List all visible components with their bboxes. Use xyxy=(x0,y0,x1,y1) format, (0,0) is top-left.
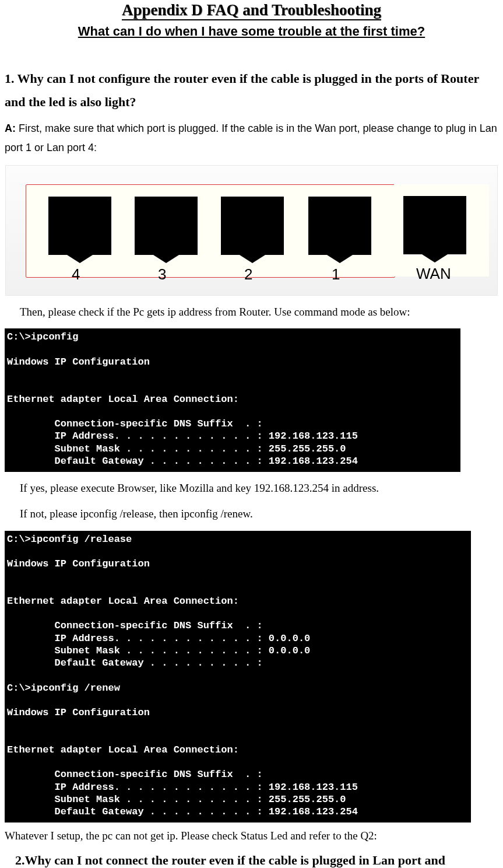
if-yes-text: If yes, please execute Browser, like Moz… xyxy=(20,479,498,498)
port-label-4: 4 xyxy=(72,265,80,284)
then-instruction: Then, please check if the Pc gets ip add… xyxy=(20,303,498,321)
section-subtitle: What can I do when I have some trouble a… xyxy=(5,24,498,39)
whatever-text: Whatever I setup, the pc can not get ip.… xyxy=(5,827,498,845)
question-1: 1. Why can I not configure the router ev… xyxy=(5,67,498,113)
answer-1: A: First, make sure that which port is p… xyxy=(5,119,498,157)
lan-ports-outline: 4 3 2 1 xyxy=(26,184,395,278)
lan-port-3-icon xyxy=(135,197,198,255)
wan-port-icon xyxy=(403,196,466,254)
lan-port-4-icon xyxy=(48,197,111,255)
port-label-wan: WAN xyxy=(416,265,451,283)
if-not-text: If not, please ipconfig /release, then i… xyxy=(20,505,498,523)
cmd-release-renew-output: C:\>ipconfig /release Windows IP Configu… xyxy=(5,531,471,823)
wan-port-area: WAN xyxy=(394,184,489,276)
answer-1-body: First, make sure that which port is plug… xyxy=(5,123,497,153)
lan-port-1-icon xyxy=(308,197,371,255)
port-label-3: 3 xyxy=(158,265,166,284)
cmd-ipconfig-output: C:\>ipconfig Windows IP Configuration Et… xyxy=(5,328,460,472)
router-ports-figure: 4 3 2 1 WAN xyxy=(5,165,498,296)
port-label-1: 1 xyxy=(332,265,340,284)
appendix-title: Appendix D FAQ and Troubleshooting xyxy=(122,1,381,20)
question-2: 2.Why can I not connect the router even … xyxy=(15,850,498,868)
lan-port-2-icon xyxy=(221,197,284,255)
answer-prefix: A: xyxy=(5,123,19,134)
port-label-2: 2 xyxy=(244,265,252,284)
